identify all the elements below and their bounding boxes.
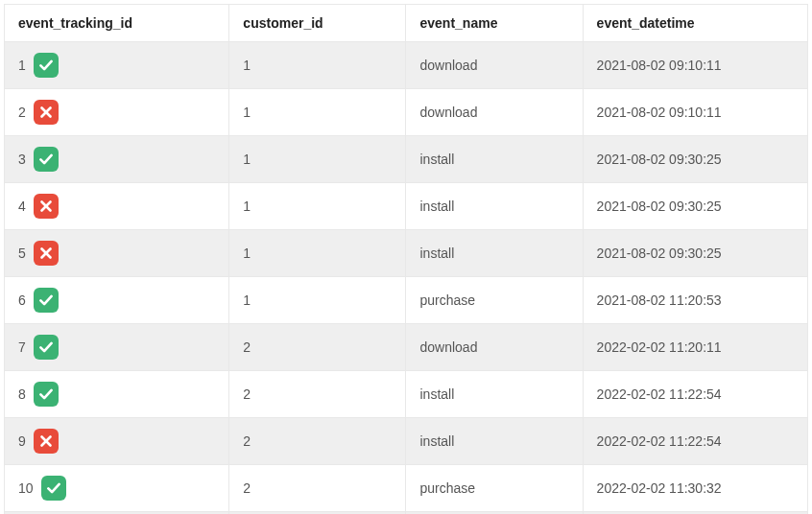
cell-customer-id: 1	[229, 89, 406, 136]
cell-event-tracking-id: 6	[5, 277, 229, 324]
cell-event-datetime: 2021-08-02 09:10:11	[583, 89, 807, 136]
cell-event-name: install	[406, 183, 583, 230]
cell-event-name: install	[406, 418, 583, 465]
event-tracking-id-value: 1	[18, 58, 26, 73]
cell-customer-id: 1	[229, 42, 406, 89]
check-icon	[34, 335, 59, 360]
col-header-event-datetime: event_datetime	[583, 5, 807, 42]
col-header-event-name: event_name	[406, 5, 583, 42]
event-tracking-id-value: 10	[18, 480, 34, 496]
table-body: 11download2021-08-02 09:10:1121download2…	[5, 42, 808, 515]
check-icon	[41, 476, 66, 501]
table-row: 41install2021-08-02 09:30:25	[5, 183, 808, 230]
check-icon	[34, 382, 59, 407]
cell-event-name: install	[406, 371, 583, 418]
table-row: 82install2022-02-02 11:22:54	[5, 371, 808, 418]
cell-customer-id: 2	[229, 418, 406, 465]
table-row: 72download2022-02-02 11:20:11	[5, 324, 808, 371]
cell-event-tracking-id: 3	[5, 136, 229, 183]
cell-event-datetime: 2022-02-02 11:30:32	[583, 465, 807, 512]
cell-event-name: download	[406, 42, 583, 89]
cell-event-name: download	[406, 324, 583, 371]
event-tracking-id-value: 4	[18, 199, 26, 214]
cell-event-datetime: 2021-08-02 09:30:25	[583, 230, 807, 277]
cell-event-name: download	[406, 89, 583, 136]
cell-event-tracking-id: 9	[5, 418, 229, 465]
cell-event-tracking-id: 10	[5, 465, 229, 512]
cell-customer-id: 1	[229, 277, 406, 324]
table-row: 11download2021-08-02 09:10:11	[5, 42, 808, 89]
cell-event-tracking-id: 4	[5, 183, 229, 230]
cell-event-tracking-id: 2	[5, 89, 229, 136]
table-row: 31install2021-08-02 09:30:25	[5, 136, 808, 183]
table-row: 92install2022-02-02 11:22:54	[5, 418, 808, 465]
cell-customer-id: 1	[229, 230, 406, 277]
check-icon	[34, 288, 59, 313]
cell-customer-id: 2	[229, 324, 406, 371]
table-header: event_tracking_id customer_id event_name…	[5, 5, 808, 42]
cell-customer-id: 2	[229, 371, 406, 418]
cell-event-tracking-id: 8	[5, 371, 229, 418]
check-icon	[34, 147, 59, 172]
cell-event-datetime: 2022-02-02 11:20:11	[583, 324, 807, 371]
cell-event-datetime: 2022-02-02 11:22:54	[583, 371, 807, 418]
event-tracking-id-value: 8	[18, 386, 26, 402]
event-tracking-id-value: 9	[18, 433, 26, 449]
table-row: 61purchase2021-08-02 11:20:53	[5, 277, 808, 324]
event-tracking-id-value: 6	[18, 292, 26, 308]
col-header-event-tracking-id: event_tracking_id	[5, 5, 229, 42]
cell-event-name: install	[406, 230, 583, 277]
cell-event-name: install	[406, 136, 583, 183]
check-icon	[34, 53, 59, 78]
cell-event-datetime: 2021-08-02 09:30:25	[583, 183, 807, 230]
cell-event-tracking-id: 1	[5, 42, 229, 89]
table-row: 102purchase2022-02-02 11:30:32	[5, 465, 808, 512]
cell-customer-id: 2	[229, 465, 406, 512]
events-table: event_tracking_id customer_id event_name…	[4, 4, 808, 514]
col-header-customer-id: customer_id	[229, 5, 406, 42]
cell-event-datetime: 2021-08-02 09:10:11	[583, 42, 807, 89]
cell-event-name: purchase	[406, 465, 583, 512]
cell-customer-id: 1	[229, 136, 406, 183]
cell-event-datetime: 2022-02-02 11:22:54	[583, 418, 807, 465]
cell-event-datetime: 2021-08-02 11:20:53	[583, 277, 807, 324]
table-row: 21download2021-08-02 09:10:11	[5, 89, 808, 136]
event-tracking-id-value: 7	[18, 339, 26, 355]
table-row: 51install2021-08-02 09:30:25	[5, 230, 808, 277]
cross-icon	[34, 241, 59, 266]
cell-event-name: purchase	[406, 277, 583, 324]
cross-icon	[34, 194, 59, 219]
event-tracking-id-value: 5	[18, 245, 26, 261]
event-tracking-id-value: 2	[18, 105, 26, 120]
cell-event-tracking-id: 7	[5, 324, 229, 371]
cross-icon	[34, 429, 59, 454]
event-tracking-id-value: 3	[18, 152, 26, 167]
cell-event-tracking-id: 5	[5, 230, 229, 277]
cell-event-datetime: 2021-08-02 09:30:25	[583, 136, 807, 183]
cross-icon	[34, 100, 59, 125]
cell-customer-id: 1	[229, 183, 406, 230]
